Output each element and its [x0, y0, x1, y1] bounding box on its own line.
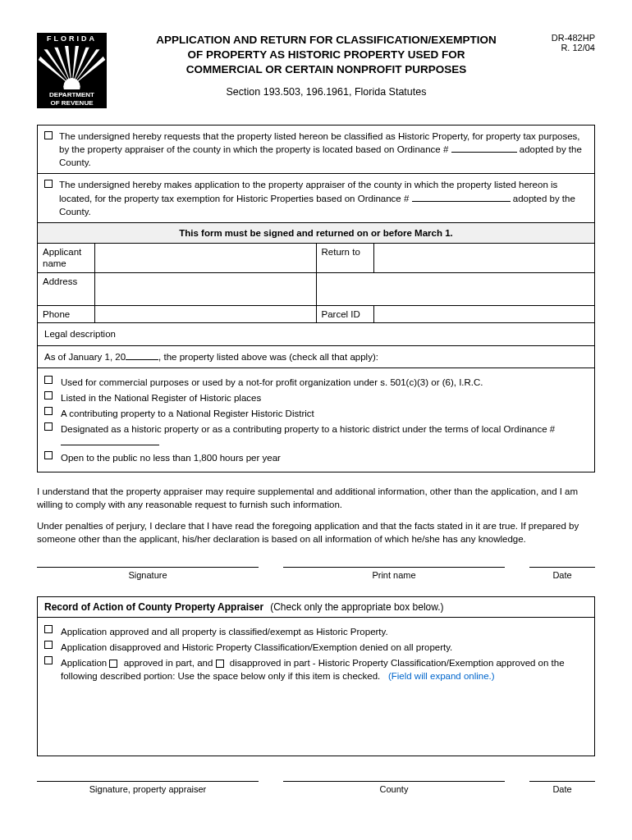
- parcel-id-input[interactable]: [374, 306, 595, 322]
- check-approved-part[interactable]: [109, 660, 117, 668]
- return-to-input[interactable]: [374, 244, 595, 273]
- sunburst-icon: [37, 44, 107, 89]
- header-title-block: APPLICATION AND RETURN FOR CLASSIFICATIO…: [119, 33, 534, 98]
- classification-checkbox[interactable]: [44, 131, 53, 139]
- appraiser-date-field[interactable]: Date: [529, 781, 595, 794]
- check-partial[interactable]: [44, 656, 53, 664]
- record-header: Record of Action of County Property Appr…: [38, 597, 594, 618]
- phone-label: Phone: [38, 306, 95, 322]
- parcel-id-label: Parcel ID: [317, 306, 374, 322]
- address-label: Address: [38, 273, 95, 305]
- check-disapproved[interactable]: [44, 641, 53, 649]
- check-approved[interactable]: [44, 625, 53, 633]
- check-open-public[interactable]: [44, 451, 53, 459]
- perjury-text: Under penalties of perjury, I declare th…: [37, 519, 595, 546]
- phone-input[interactable]: [95, 306, 317, 322]
- check-commercial[interactable]: [44, 376, 53, 384]
- date-field[interactable]: Date: [529, 567, 595, 580]
- appraiser-signature-row: Signature, property appraiser County Dat…: [37, 781, 595, 794]
- year-field[interactable]: [126, 359, 158, 360]
- ordinance-field-1[interactable]: [451, 152, 517, 153]
- form-header: FLORIDA DEPARTMENTOF REVENUE APPLICATION…: [37, 33, 595, 108]
- ordinance-field-2[interactable]: [412, 201, 511, 202]
- svg-point-0: [63, 78, 80, 89]
- criteria-checklist: Used for commercial purposes or used by …: [38, 368, 594, 472]
- check-designated[interactable]: [44, 422, 53, 431]
- request-section: The undersigned hereby requests that the…: [37, 125, 595, 472]
- logo-state: FLORIDA: [37, 33, 107, 44]
- declaration-section: I understand that the property appraiser…: [37, 485, 595, 546]
- address-row: Address: [38, 273, 594, 306]
- county-field[interactable]: County: [283, 781, 505, 794]
- check-national-register[interactable]: [44, 391, 53, 399]
- form-title: APPLICATION AND RETURN FOR CLASSIFICATIO…: [119, 33, 534, 78]
- return-to-label: Return to: [317, 244, 374, 273]
- applicant-label: Applicant name: [38, 244, 95, 273]
- description-space[interactable]: [38, 690, 594, 756]
- print-name-field[interactable]: Print name: [283, 567, 505, 580]
- address-input[interactable]: [95, 273, 316, 305]
- legal-description-row: Legal description: [38, 323, 594, 345]
- phone-row: Phone Parcel ID: [38, 306, 594, 323]
- record-of-action-section: Record of Action of County Property Appr…: [37, 596, 595, 756]
- exemption-checkbox[interactable]: [44, 180, 53, 188]
- local-ordinance-field[interactable]: [61, 445, 159, 445]
- check-disapproved-part[interactable]: [216, 660, 224, 668]
- applicant-row: Applicant name Return to: [38, 244, 594, 274]
- classification-request: The undersigned hereby requests that the…: [38, 126, 594, 174]
- check-contributing[interactable]: [44, 407, 53, 415]
- legal-desc-label: Legal description: [44, 329, 116, 339]
- logo-dept: DEPARTMENTOF REVENUE: [37, 89, 107, 108]
- applicant-input[interactable]: [95, 244, 317, 273]
- as-of-row: As of January 1, 20, the property listed…: [38, 346, 594, 368]
- florida-logo: FLORIDA DEPARTMENTOF REVENUE: [37, 33, 107, 108]
- expand-hint: (Field will expand online.): [388, 671, 495, 681]
- deadline-notice: This form must be signed and returned on…: [38, 223, 594, 244]
- form-identifier: DR-482HP R. 12/04: [546, 33, 595, 52]
- signature-field[interactable]: Signature: [37, 567, 259, 580]
- statute-reference: Section 193.503, 196.1961, Florida Statu…: [119, 86, 534, 98]
- exemption-request: The undersigned hereby makes application…: [38, 174, 594, 222]
- understanding-text: I understand that the property appraiser…: [37, 485, 595, 511]
- applicant-signature-row: Signature Print name Date: [37, 567, 595, 580]
- appraiser-signature-field[interactable]: Signature, property appraiser: [37, 781, 259, 794]
